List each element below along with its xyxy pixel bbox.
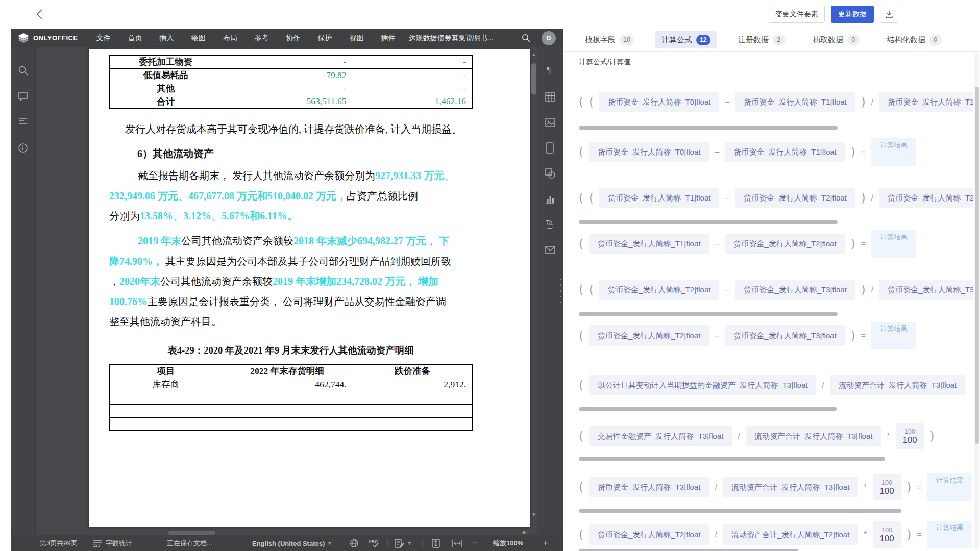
row-scrollbar[interactable] — [579, 407, 837, 411]
table-icon[interactable] — [545, 92, 555, 102]
tab-结构化数据[interactable]: 结构化数据0 — [881, 31, 948, 48]
field-chip[interactable]: 流动资产合计_发行人简称_T3|float — [830, 375, 965, 395]
row-scrollbar[interactable] — [579, 549, 798, 551]
paragraph-icon[interactable]: ¶ — [545, 65, 555, 76]
field-chip[interactable]: 货币资金_发行人简称_T2|float — [589, 325, 709, 346]
result-chip[interactable]: 计算结果 — [871, 138, 916, 166]
menu-item-2[interactable]: 插入 — [160, 34, 174, 43]
subheading[interactable]: 6）其他流动资产 — [137, 147, 214, 161]
field-chip[interactable]: 货币资金_发行人简称_T2|float — [589, 524, 709, 545]
paragraph[interactable]: 截至报告期各期末， 发行人其他流动资产余额分别为927,931.33 万元、23… — [109, 166, 467, 227]
field-chip[interactable]: 货币资金_发行人简称_T2|float — [879, 188, 973, 208]
field-chip[interactable]: 流动资产合计_发行人简称_T2|float — [723, 524, 858, 545]
navigation-icon[interactable] — [18, 116, 28, 127]
fit-width-icon[interactable] — [452, 535, 462, 551]
download-button[interactable] — [880, 6, 898, 23]
document-page[interactable]: 委托加工物资--低值易耗品79.82-其他--合计563,511.651,462… — [89, 49, 530, 527]
spellcheck-icon[interactable]: ABC — [368, 535, 379, 551]
field-chip[interactable]: 货币资金_发行人简称_T2|float — [725, 234, 845, 254]
set-language-icon[interactable] — [350, 535, 359, 551]
menu-item-8[interactable]: 视图 — [350, 34, 364, 43]
back-icon[interactable] — [34, 8, 47, 21]
field-chip[interactable]: 货币资金_发行人简称_T3|float — [589, 477, 709, 497]
menu-item-5[interactable]: 参考 — [255, 34, 269, 43]
track-changes-icon[interactable]: ▼ — [395, 535, 412, 551]
row-scrollbar[interactable] — [579, 509, 901, 513]
menu-item-4[interactable]: 布局 — [223, 34, 237, 43]
word-count-icon[interactable]: 123 — [92, 535, 102, 551]
panel-resize-handle[interactable] — [560, 279, 562, 303]
mail-merge-icon[interactable] — [545, 246, 555, 254]
field-chip[interactable]: 货币资金_发行人简称_T1|float — [589, 234, 709, 254]
update-data-button[interactable]: 更新数据 — [831, 6, 874, 23]
field-chip[interactable]: 货币资金_发行人简称_T3|float — [725, 325, 845, 346]
menu-item-0[interactable]: 文件 — [96, 34, 111, 43]
user-avatar[interactable]: D — [542, 31, 556, 45]
field-chip[interactable]: 货币资金_发行人简称_T1|float — [735, 92, 855, 112]
fit-page-icon[interactable] — [431, 535, 440, 551]
result-chip[interactable]: 计算结果 — [927, 473, 972, 501]
menu-item-3[interactable]: 绘图 — [191, 34, 206, 43]
zoom-in-button[interactable]: + — [543, 535, 548, 551]
scroll-right-icon[interactable]: ▶ — [523, 530, 527, 535]
tab-抽取数据[interactable]: 抽取数据0 — [806, 31, 866, 48]
field-chip[interactable]: 货币资金_发行人简称_T2|float — [599, 280, 719, 300]
scroll-down-icon[interactable]: ▼ — [531, 512, 536, 517]
constant-chip[interactable]: 100100 — [873, 521, 901, 548]
field-chip[interactable]: 货币资金_发行人简称_T0|float — [599, 92, 719, 112]
word-count-label[interactable]: 字数统计 — [106, 535, 132, 551]
field-chip[interactable]: 货币资金_发行人简称_T2|float — [735, 188, 855, 208]
scroll-up-icon[interactable]: ▲ — [531, 52, 536, 57]
vertical-scrollbar-thumb[interactable] — [531, 63, 536, 95]
tab-count-badge: 10 — [620, 35, 634, 45]
horizontal-scrollbar-thumb[interactable] — [168, 531, 215, 535]
menu-item-7[interactable]: 保护 — [318, 34, 332, 43]
info-icon[interactable] — [18, 143, 28, 153]
field-chip[interactable]: 货币资金_发行人简称_T1|float — [725, 142, 845, 162]
chart-icon[interactable] — [545, 194, 555, 204]
field-chip[interactable]: 货币资金_发行人简称_T0|float — [589, 142, 709, 162]
result-chip[interactable]: 计算结果 — [927, 521, 972, 548]
result-chip[interactable]: 计算结果 — [871, 322, 916, 349]
paragraph[interactable]: 发行人对存货成本高于其可变现净值的, 计提存货跌价准备, 计入当期损益。 — [125, 119, 472, 140]
menu-item-6[interactable]: 协作 — [286, 34, 301, 43]
shape-icon[interactable] — [545, 168, 555, 179]
menu-item-10[interactable]: 达观数据债券募集说明书... — [409, 34, 494, 43]
tab-模板字段[interactable]: 模板字段10 — [579, 31, 640, 48]
zoom-level[interactable]: 缩放100% — [493, 535, 523, 551]
panel-scrollbar-thumb[interactable] — [975, 87, 979, 444]
field-chip[interactable]: 货币资金_发行人简称_T1|float — [599, 188, 719, 208]
menu-item-1[interactable]: 首页 — [128, 34, 142, 43]
search-icon[interactable] — [18, 65, 28, 76]
field-chip[interactable]: 货币资金_发行人简称_T1|float — [879, 92, 973, 112]
row-scrollbar[interactable] — [579, 457, 885, 461]
image-icon[interactable] — [545, 117, 555, 128]
tab-计算公式[interactable]: 计算公式12 — [655, 31, 717, 48]
row-scrollbar[interactable] — [579, 220, 838, 224]
field-chip[interactable]: 以公计且其变动计入当期损益的金融资产_发行人简称_T3|float — [589, 375, 816, 395]
result-chip[interactable]: 计算结果 — [871, 230, 916, 258]
field-chip[interactable]: 流动资产合计_发行人简称_T3|float — [723, 477, 858, 497]
menu-item-9[interactable]: 插件 — [381, 34, 396, 43]
panel-scrollbar[interactable] — [974, 53, 979, 549]
field-chip[interactable]: 交易性金融资产_发行人简称_T3|float — [589, 426, 732, 446]
textart-icon[interactable]: Ta — [545, 218, 556, 230]
change-file-elements-button[interactable]: 变更文件要素 — [769, 6, 825, 23]
page-number-indicator[interactable]: 第3页共99页 — [40, 535, 78, 551]
comment-icon[interactable] — [18, 91, 28, 102]
table-caption[interactable]: 表4-29：2020 年及2021 年9 月末末发行人其他流动资产明细 — [109, 344, 472, 357]
page-icon[interactable] — [545, 142, 554, 154]
field-chip[interactable]: 流动资产合计_发行人简称_T3|float — [746, 426, 881, 446]
zoom-out-button[interactable]: − — [473, 535, 478, 551]
tab-label: 注册数据 — [738, 35, 769, 45]
field-chip[interactable]: 货币资金_发行人简称_T3|float — [879, 280, 973, 300]
field-chip[interactable]: 货币资金_发行人简称_T3|float — [735, 280, 855, 300]
row-scrollbar[interactable] — [579, 126, 838, 130]
language-selector[interactable]: English (United States)▼ — [252, 535, 332, 551]
search-icon[interactable] — [522, 34, 530, 42]
tab-注册数据[interactable]: 注册数据2 — [732, 31, 791, 48]
constant-chip[interactable]: 100100 — [873, 474, 901, 500]
row-scrollbar[interactable] — [579, 312, 838, 316]
paragraph[interactable]: 2019 年末公司其他流动资产余额较2018 年末减少694,982.27 万元… — [109, 231, 467, 332]
constant-chip[interactable]: 100100 — [896, 423, 924, 449]
